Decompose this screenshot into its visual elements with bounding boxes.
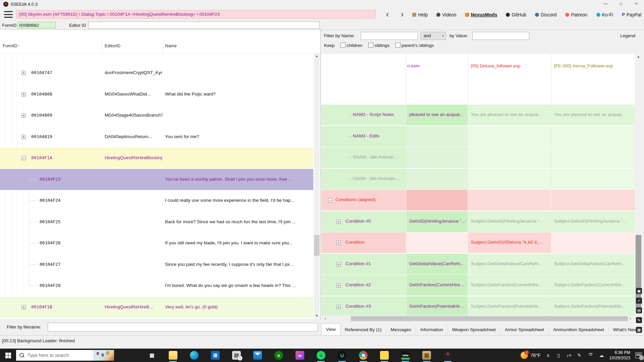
store-icon[interactable]: ⊞ xyxy=(211,351,220,360)
link-kofi[interactable]: Ko-Fi xyxy=(596,12,613,17)
filter-filename-input[interactable] xyxy=(48,323,318,331)
scrollbar-thumb[interactable] xyxy=(351,316,628,321)
link-github[interactable]: GitHub xyxy=(506,12,526,17)
record-row-condition-0[interactable]: +Condition #0GetIsID(HirelingJenassa "..… xyxy=(321,211,635,232)
nmm-icon[interactable]: NMM xyxy=(401,351,410,360)
scroll-left-icon[interactable]: ‹ xyxy=(323,316,328,321)
weather-widget[interactable]: 1 76°F xyxy=(521,352,541,359)
tree-vertical-scrollbar[interactable]: ▲ ▼ xyxy=(314,53,320,319)
record-row-condition-2[interactable]: +Condition #2GetInFaction(CurrentHire...… xyxy=(321,275,635,296)
plugin-column-header-1[interactable]: [05] Deluna_follower.esp xyxy=(471,63,521,68)
record-row-snam-idle-animati-[interactable]: SNAM - Idle Animati... xyxy=(321,147,635,168)
plugin-column-header-2[interactable]: [FE 000] Irensa_Follower.esp xyxy=(554,63,613,68)
back-button[interactable]: ‹ xyxy=(382,9,393,20)
check-icon[interactable]: ✓ xyxy=(636,298,642,304)
scroll-up-icon[interactable]: ▲ xyxy=(314,53,320,59)
scroll-right-icon[interactable]: › xyxy=(628,316,633,321)
m365-icon[interactable]: ∞ xyxy=(296,351,304,360)
iobit-uninstaller-icon[interactable]: U xyxy=(338,351,346,360)
expander-icon[interactable]: + xyxy=(336,262,341,266)
scrollbar-thumb[interactable] xyxy=(636,235,641,308)
record-row-nam3-edits[interactable]: NAM3 - Edits xyxy=(321,126,635,147)
tab-messages[interactable]: Messages xyxy=(386,325,416,335)
link-patreon[interactable]: Patreon xyxy=(565,12,587,17)
filter-value-input[interactable] xyxy=(472,32,529,40)
column-header-editorid[interactable]: EditorID xyxy=(105,43,120,48)
link-videos[interactable]: Videos xyxy=(436,12,457,17)
checkbox-parents-siblings[interactable] xyxy=(395,43,400,48)
filter-name-input[interactable] xyxy=(361,32,418,40)
start-button[interactable] xyxy=(0,349,16,362)
scrollbar-thumb[interactable] xyxy=(314,235,320,256)
tree-row-00104F28[interactable]: 00104F28I'm bored. What do you say we go… xyxy=(0,275,313,296)
column-header-formid[interactable]: FormID ▴ xyxy=(3,43,19,48)
pen-icon[interactable]: ✎ xyxy=(577,353,582,358)
pencil-icon[interactable]: ✎ xyxy=(636,317,642,323)
maximize-button[interactable]: □ xyxy=(613,0,629,8)
expander-icon[interactable]: + xyxy=(21,92,26,97)
expander-icon[interactable]: + xyxy=(336,283,341,288)
tree-row-00104F25[interactable]: 00104F25Back for more? Since we had so m… xyxy=(0,212,313,233)
clipboard-icon[interactable]: ▤ xyxy=(636,307,642,313)
filter-operator-select[interactable]: and▾ xyxy=(421,32,446,40)
volume-muted-icon[interactable]: ♪× xyxy=(566,353,572,358)
tree-row-00104819[interactable]: +00104819DA04SeptimusReturn...You sent f… xyxy=(0,126,313,147)
expander-icon[interactable]: + xyxy=(21,305,26,309)
record-row-condition[interactable]: +ConditionSubject.GetIsID(0Deluna "ë¸ë£¨… xyxy=(321,232,635,253)
record-row-lnam-idle-animatio-[interactable]: LNAM - Idle Animatio... xyxy=(321,169,635,189)
chrome-icon[interactable] xyxy=(359,351,368,360)
scroll-up-icon[interactable]: ▲ xyxy=(636,54,641,60)
scroll-down-icon[interactable]: ▼ xyxy=(314,313,320,319)
sticky-notes-icon[interactable] xyxy=(380,351,389,360)
link-paypal[interactable]: PPayPal xyxy=(622,12,641,17)
tree-row-00104F24[interactable]: 00104F24I could really use some more exp… xyxy=(0,190,313,211)
chevron-up-icon[interactable]: ∧ xyxy=(545,353,551,358)
record-row-nam2-script-notes[interactable]: NAM2 - Script Notespleased to see an acq… xyxy=(321,105,635,125)
grid-icon[interactable]: ▦ xyxy=(636,327,642,333)
taskbar-search[interactable] xyxy=(16,350,114,361)
expander-icon[interactable]: + xyxy=(21,71,26,75)
tree-row-00104808[interactable]: +00104808MG04SavosWhatDid...What did the… xyxy=(0,84,313,105)
task-view-icon[interactable]: ▦ xyxy=(148,351,156,360)
expander-icon[interactable]: + xyxy=(336,220,341,224)
link-help[interactable]: Help xyxy=(412,12,428,17)
record-row-condition-3[interactable]: +Condition #3GetInFaction(PotentialHir..… xyxy=(321,296,635,316)
tree-row-00104747[interactable]: +00104747dunFrostmereCryptQST_KyrDies xyxy=(0,62,313,83)
record-row-conditions-aligned-[interactable]: −Conditions (aligned) xyxy=(321,190,635,210)
minimize-button[interactable]: — xyxy=(598,0,613,8)
column-header-name[interactable]: Name xyxy=(165,43,177,48)
tab-ammunition-spreadsheet[interactable]: Ammunition Spreadsheet xyxy=(549,325,609,335)
tree-row-00104F26[interactable]: 00104F26If you still need my blade, I'll… xyxy=(0,233,313,254)
tree-row-00104F1A[interactable]: −00104F1AHirelingQuestReHireBlocking xyxy=(0,147,313,169)
search-input[interactable] xyxy=(27,352,85,358)
tab-armor-spreadsheet[interactable]: Armor Spreadsheet xyxy=(500,325,549,335)
link-discord[interactable]: Discord xyxy=(535,12,556,17)
xbox-icon[interactable]: × xyxy=(274,351,283,360)
onedrive-cloud-icon[interactable]: ☁ xyxy=(599,353,604,358)
sseedit-icon[interactable]: * xyxy=(443,351,452,360)
editorid-field[interactable] xyxy=(88,21,320,29)
wifi-icon[interactable] xyxy=(587,353,594,358)
printer-icon[interactable]: ▤1 xyxy=(232,351,241,360)
creation-club-book-icon[interactable]: ▥ xyxy=(422,351,431,360)
expander-icon[interactable]: − xyxy=(21,156,26,160)
phone-icon[interactable]: ▯ xyxy=(556,353,561,358)
close-button[interactable]: × xyxy=(629,0,644,8)
checkbox-siblings[interactable] xyxy=(368,43,373,48)
tab-referenced-by-1-[interactable]: Referenced By (1) xyxy=(340,325,386,335)
plugin-column-header-0[interactable]: n.esm xyxy=(407,63,420,68)
tab-information[interactable]: Information xyxy=(416,325,448,335)
expander-icon[interactable]: + xyxy=(336,305,341,309)
link-nexusmods[interactable]: NexusMods xyxy=(465,12,497,17)
tree-row-00104F23[interactable]: 00104F23You've been a worthy patron. Sha… xyxy=(0,169,313,190)
tree-row-00104809[interactable]: +00104809MG04Stage40SavosBranchTopic xyxy=(0,105,313,126)
record-horizontal-scrollbar[interactable]: ‹ › xyxy=(321,315,642,322)
clock[interactable]: 6:36 PM 10/29/2023 xyxy=(609,350,630,361)
tree-row-00104F1B[interactable]: +00104F1BHirelingQuestReHireB...Very wel… xyxy=(0,297,313,318)
notification-center-icon[interactable]: 1 xyxy=(635,352,642,358)
record-vertical-scrollbar[interactable]: ▲ ▼ xyxy=(635,54,642,315)
tab-weapon-spreadsheet[interactable]: Weapon Spreadsheet xyxy=(448,325,500,335)
record-row-condition-1[interactable]: +Condition #1GetGlobalValue(CanRehi...Su… xyxy=(321,254,635,275)
formid-value[interactable]: 000B9982 xyxy=(17,22,56,28)
spotify-icon[interactable]: ≈ xyxy=(317,351,325,360)
